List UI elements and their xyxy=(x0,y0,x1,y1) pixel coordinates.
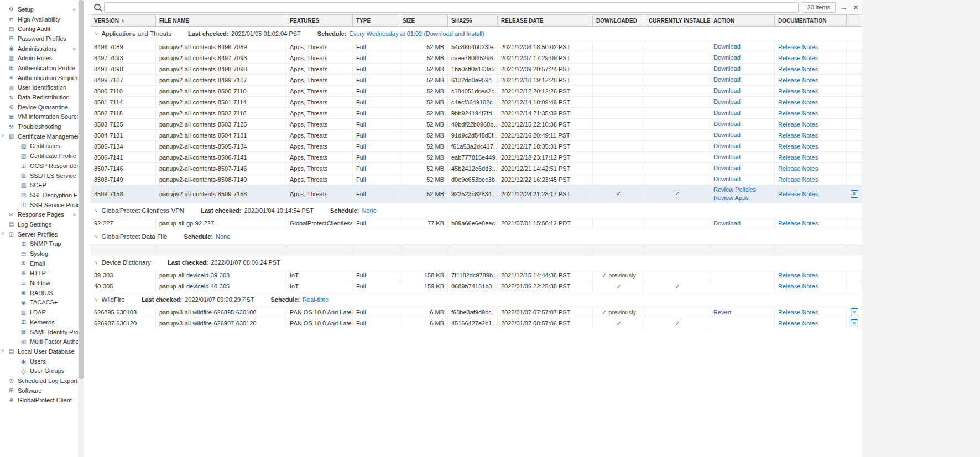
chevron-down-icon[interactable]: ∨ xyxy=(1,133,4,138)
sidebar-item-radius[interactable]: ◉RADIUS xyxy=(0,288,78,298)
table-row[interactable]: 626907-630120panupv3-all-wildfire-626907… xyxy=(91,318,862,329)
collapse-chevron-icon[interactable]: ∨ xyxy=(95,31,98,36)
release-notes-link[interactable]: Release Notes xyxy=(778,272,818,279)
release-notes-link[interactable]: Release Notes xyxy=(778,110,818,117)
release-notes-link[interactable]: Release Notes xyxy=(778,143,818,150)
release-notes-link[interactable]: Release Notes xyxy=(778,66,818,72)
sidebar-item-email[interactable]: ✉Email xyxy=(0,259,78,269)
column-header-sha256[interactable]: SHA256 xyxy=(448,15,498,26)
action-link-download[interactable]: Download xyxy=(713,109,741,117)
release-notes-link[interactable]: Release Notes xyxy=(778,320,818,327)
sidebar-item-certificate-management[interactable]: ∨▧Certificate Management xyxy=(0,132,78,141)
table-row[interactable]: 92-227panup-all-gp-92-227GlobalProtectCl… xyxy=(91,218,862,229)
delete-download-icon[interactable]: ✕ xyxy=(851,319,858,327)
sidebar-item-ldap[interactable]: ▥LDAP xyxy=(0,307,78,317)
column-header-delete[interactable] xyxy=(847,15,862,26)
sidebar-item-administrators[interactable]: ◉Administrators xyxy=(0,44,78,54)
sidebar-item-certificate-profile[interactable]: ▨Certificate Profile xyxy=(0,151,78,161)
sidebar-item-multi-factor-authentica[interactable]: ▧Multi Factor Authentica xyxy=(0,337,78,346)
sidebar-item-certificates[interactable]: ▧Certificates xyxy=(0,141,78,151)
release-notes-link[interactable]: Release Notes xyxy=(778,283,818,290)
sidebar-item-log-settings[interactable]: ▤Log Settings xyxy=(0,219,78,229)
collapse-chevron-icon[interactable]: ∨ xyxy=(95,297,98,302)
release-notes-link[interactable]: Release Notes xyxy=(778,44,818,50)
table-row[interactable]: 626895-630108panupv3-all-wildfire-626895… xyxy=(91,307,862,318)
release-notes-link[interactable]: Release Notes xyxy=(778,220,818,227)
sidebar-item-authentication-profile[interactable]: ⊞Authentication Profile xyxy=(0,63,78,73)
column-header-currently-installed[interactable]: CURRENTLY INSTALLED xyxy=(645,15,710,26)
sidebar-scrollbar[interactable] xyxy=(78,0,84,457)
delete-download-icon[interactable]: ✕ xyxy=(851,308,858,316)
table-row[interactable]: 8497-7093panupv2-all-contents-8497-7093A… xyxy=(91,52,862,64)
table-row[interactable]: 8500-7110panupv2-all-contents-8500-7110A… xyxy=(91,86,862,97)
arrow-right-icon[interactable]: → xyxy=(839,4,848,11)
sidebar-item-password-profiles[interactable]: ⊟Password Profiles xyxy=(0,34,78,44)
sidebar-item-config-audit[interactable]: ▤Config Audit xyxy=(0,24,78,34)
column-header-downloaded[interactable]: DOWNLOADED xyxy=(593,15,645,26)
column-header-version[interactable]: VERSION∧ xyxy=(91,15,156,26)
sidebar-item-users[interactable]: ◉Users xyxy=(0,356,78,366)
action-link-download[interactable]: Download xyxy=(713,142,741,150)
sidebar-item-ssl-decryption-exclusio[interactable]: ▨SSL Decryption Exclusio xyxy=(0,190,78,200)
sidebar-item-tacacs[interactable]: ◉TACACS+ xyxy=(0,298,78,308)
action-link-download[interactable]: Download xyxy=(713,65,741,73)
sidebar-item-vm-information-sources[interactable]: ▦VM Information Sources xyxy=(0,112,78,122)
table-row[interactable]: 8498-7098panupv2-all-contents-8498-7098A… xyxy=(91,64,862,75)
column-header-features[interactable]: FEATURES xyxy=(286,15,353,26)
sidebar-item-troubleshooting[interactable]: ⚒Troubleshooting xyxy=(0,122,78,132)
sidebar-item-ssl-tls-service-profile[interactable]: ▥SSL/TLS Service Profile xyxy=(0,171,78,181)
action-link-download[interactable]: Download xyxy=(713,153,741,161)
delete-download-icon[interactable]: ✕ xyxy=(851,190,858,198)
sidebar-item-user-identification[interactable]: ▥User Identification xyxy=(0,83,78,93)
table-row[interactable]: 8503-7125panupv2-all-contents-8503-7125A… xyxy=(91,119,862,130)
sidebar-item-user-groups[interactable]: ◎User Groups xyxy=(0,366,78,376)
sidebar-item-data-redistribution[interactable]: ⇅Data Redistribution xyxy=(0,92,78,102)
release-notes-link[interactable]: Release Notes xyxy=(778,132,818,139)
sidebar-item-syslog[interactable]: ▤Syslog xyxy=(0,249,78,259)
table-row[interactable]: 8507-7146panupv2-all-contents-8507-7146A… xyxy=(91,163,862,174)
table-row[interactable]: 8501-7114panupv2-all-contents-8501-7114A… xyxy=(91,97,862,108)
release-notes-link[interactable]: Release Notes xyxy=(778,154,818,161)
schedule-link[interactable]: None xyxy=(216,233,230,240)
collapse-chevron-icon[interactable]: ∨ xyxy=(95,208,98,213)
table-row[interactable]: 8496-7089panupv2-all-contents-8496-7089A… xyxy=(91,41,862,52)
search-input[interactable] xyxy=(104,2,799,13)
sidebar-item-scep[interactable]: ▧SCEP xyxy=(0,180,78,190)
chevron-down-icon[interactable]: ∨ xyxy=(1,348,4,353)
sidebar-item-response-pages[interactable]: ✉Response Pages xyxy=(0,209,78,219)
sidebar-item-globalprotect-client[interactable]: ⊕GlobalProtect Client xyxy=(0,396,78,406)
action-link-review-policies[interactable]: Review Policies xyxy=(713,186,756,194)
action-link-download[interactable]: Download xyxy=(713,54,741,62)
release-notes-link[interactable]: Release Notes xyxy=(778,88,818,94)
sidebar-item-software[interactable]: ⊞Software xyxy=(0,386,78,396)
action-link-review-apps[interactable]: Review Apps xyxy=(713,194,749,202)
action-link-download[interactable]: Download xyxy=(713,43,741,51)
sidebar-item-server-profiles[interactable]: ∨◫Server Profiles xyxy=(0,229,78,239)
schedule-link[interactable]: Every Wednesday at 01:02 (Download and I… xyxy=(349,30,484,37)
sidebar-item-kerberos[interactable]: ⊞Kerberos xyxy=(0,317,78,327)
collapse-chevron-icon[interactable]: ∨ xyxy=(95,260,98,265)
column-header-release-date[interactable]: RELEASE DATE xyxy=(498,15,593,26)
column-header-action[interactable]: ACTION xyxy=(710,15,775,26)
chevron-down-icon[interactable]: ∨ xyxy=(1,231,4,236)
close-icon[interactable]: ✕ xyxy=(852,4,860,11)
schedule-link[interactable]: Real-time xyxy=(303,296,329,303)
sidebar-item-http[interactable]: ⊕HTTP xyxy=(0,269,78,279)
release-notes-link[interactable]: Release Notes xyxy=(778,77,818,83)
action-link-download[interactable]: Download xyxy=(713,175,741,183)
sidebar-item-high-availability[interactable]: ⇄High Availability xyxy=(0,14,78,24)
release-notes-link[interactable]: Release Notes xyxy=(778,176,818,183)
action-link-download[interactable]: Download xyxy=(713,120,741,128)
table-row[interactable]: 8505-7134panupv2-all-contents-8505-7134A… xyxy=(91,141,862,152)
release-notes-link[interactable]: Release Notes xyxy=(778,99,818,106)
table-row[interactable]: 8506-7141panupv2-all-contents-8506-7141A… xyxy=(91,152,862,163)
action-link-download[interactable]: Download xyxy=(713,131,741,139)
table-row[interactable]: 39-303panup-all-deviceid-39-303IoTFull15… xyxy=(91,270,862,281)
sidebar-item-ocsp-responder[interactable]: ◫OCSP Responder xyxy=(0,161,78,171)
table-row[interactable]: 8509-7158panupv2-all-contents-8509-7158A… xyxy=(91,185,862,203)
column-header-documentation[interactable]: DOCUMENTATION xyxy=(775,15,847,26)
sidebar-item-device-quarantine[interactable]: ⊘Device Quarantine xyxy=(0,102,78,112)
sidebar-item-netflow[interactable]: ≋Netflow xyxy=(0,278,78,288)
column-header-file-name[interactable]: FILE NAME xyxy=(156,15,286,26)
sidebar-item-local-user-database[interactable]: ∨▤Local User Database xyxy=(0,346,78,356)
